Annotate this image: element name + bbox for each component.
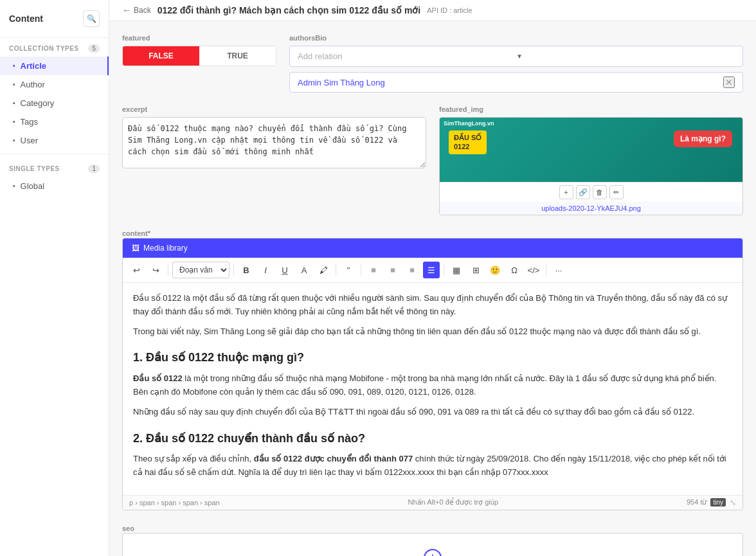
back-arrow-icon: ← <box>122 5 131 15</box>
image-delete-btn[interactable]: 🗑 <box>593 185 607 199</box>
seo-section: seo + No entry yet. Click on the button … <box>122 523 743 556</box>
sim-card-box: ĐẦU SỐ 0122 <box>449 130 487 154</box>
media-library-bar[interactable]: 🖼 Media library <box>123 238 742 258</box>
resize-icon[interactable]: ⤡ <box>730 498 736 507</box>
content-label: content* <box>122 229 150 237</box>
sidebar-item-article[interactable]: Article <box>0 57 109 75</box>
topbar: ← Back 0122 đổi thành gì? Mách bạn cách … <box>109 0 756 21</box>
editor-statusbar: p › span › span › span › span Nhấn Alt+0… <box>123 495 742 510</box>
underline-btn[interactable]: U <box>276 262 293 278</box>
toolbar-sep-5 <box>444 264 444 276</box>
editor-para-3: Đầu số 0122 là một trong những đầu số th… <box>133 372 732 399</box>
italic-btn[interactable]: I <box>257 262 274 278</box>
image-link-btn[interactable]: 🔗 <box>576 185 590 199</box>
collection-types-label: COLLECTION TYPES <box>9 45 79 52</box>
add-relation-dropdown[interactable]: Add relation ▼ <box>289 46 743 67</box>
excerpt-group: excerpt Đầu số 0122 thuộc mạng nào? chuy… <box>122 105 426 215</box>
toolbar-sep-3 <box>336 264 336 276</box>
toolbar-sep-2 <box>233 264 234 276</box>
editor-toolbar: ↩ ↪ Đoạn văn Heading 1 Heading 2 Heading… <box>123 258 742 283</box>
image-preview: SimThangLong.vn ĐẦU SỐ 0122 Là mạng gì? <box>440 118 742 182</box>
table-options-btn[interactable]: ⊞ <box>467 262 484 278</box>
toolbar-sep-6 <box>546 264 546 276</box>
excerpt-img-row: excerpt Đầu số 0122 thuộc mạng nào? chuy… <box>122 105 743 215</box>
back-button[interactable]: ← Back <box>122 5 151 15</box>
toolbar-sep-4 <box>361 264 361 276</box>
image-add-btn[interactable]: + <box>559 185 573 199</box>
excerpt-label: excerpt <box>122 105 426 113</box>
color-btn[interactable]: A <box>296 262 312 278</box>
word-count: 954 từ <box>687 498 706 507</box>
image-filename: uploads-2020-12-YkAEJU4.png <box>440 202 742 215</box>
sim-label-2: 0122 <box>454 142 482 151</box>
featured-authors-row: featured FALSE TRUE authorsBio Add relat… <box>122 34 743 93</box>
back-label: Back <box>134 6 151 15</box>
undo-btn[interactable]: ↩ <box>128 262 145 278</box>
special-char-btn[interactable]: Ω <box>506 262 523 278</box>
sidebar-header: Content 🔍 <box>0 0 109 38</box>
excerpt-textarea[interactable]: Đầu số 0122 thuộc mạng nào? chuyển đổi t… <box>122 117 426 168</box>
main-content: ← Back 0122 đổi thành gì? Mách bạn cách … <box>109 0 756 556</box>
single-types-count: 1 <box>88 165 100 173</box>
add-relation-placeholder: Add relation <box>298 51 516 61</box>
align-left-btn[interactable]: ≡ <box>365 262 382 278</box>
image-edit-btn[interactable]: ✏ <box>609 185 624 199</box>
seo-label: seo <box>122 525 134 532</box>
sidebar-item-author[interactable]: Author <box>0 75 109 94</box>
network-label: Là mạng gì? <box>674 130 732 147</box>
single-types-label: SINGLE TYPES <box>9 165 60 172</box>
editor-content[interactable]: Đầu số 0122 là một đầu số đã từng rất qu… <box>123 283 742 495</box>
align-right-btn[interactable]: ≡ <box>404 262 420 278</box>
collection-types-header: COLLECTION TYPES 5 <box>0 38 109 57</box>
content-area: featured FALSE TRUE authorsBio Add relat… <box>109 21 756 556</box>
featured-label: featured <box>122 34 276 42</box>
editor-heading-2: 2. Đầu số 0122 chuyển thành đầu số nào? <box>133 429 732 448</box>
add-seo-entry-button[interactable]: + <box>424 549 442 556</box>
featured-img-group: featured_img SimThangLong.vn ĐẦU SỐ 0122… <box>439 105 743 215</box>
media-icon: 🖼 <box>132 244 140 253</box>
media-library-label: Media library <box>143 244 188 253</box>
authors-bio-label: authorsBio <box>289 34 743 42</box>
brand-text: SimThangLong.vn <box>444 120 494 127</box>
sidebar-item-global[interactable]: Global <box>0 177 109 195</box>
chevron-down-icon: ▼ <box>516 53 735 60</box>
image-toolbar: + 🔗 🗑 ✏ <box>440 182 742 202</box>
relation-tag-admin-sim: Admin Sim Thăng Long ✕ <box>289 72 743 93</box>
false-toggle-btn[interactable]: FALSE <box>123 46 199 66</box>
redo-btn[interactable]: ↪ <box>147 262 164 278</box>
toolbar-sep-1 <box>168 264 168 276</box>
word-count-group: 954 từ tiny ⤡ <box>687 498 736 507</box>
paragraph-select[interactable]: Đoạn văn Heading 1 Heading 2 Heading 3 <box>172 262 230 278</box>
sidebar-item-user[interactable]: User <box>0 131 109 150</box>
seo-box: + No entry yet. Click on the button belo… <box>122 533 743 556</box>
align-justify-btn[interactable]: ☰ <box>423 262 440 278</box>
align-center-btn[interactable]: ≡ <box>384 262 401 278</box>
editor-hint: Nhấn Alt+0 để được trợ giúp <box>408 498 498 507</box>
emoji-btn[interactable]: 🙂 <box>487 262 503 278</box>
editor-para-4: Những đầu số này sau quy định chuyển đổi… <box>133 406 732 419</box>
code-btn[interactable]: </> <box>525 262 542 278</box>
sidebar-item-tags[interactable]: Tags <box>0 112 109 131</box>
breadcrumb: p › span › span › span › span <box>129 499 220 507</box>
sidebar-divider <box>0 154 109 154</box>
editor-para-2: Trong bài viết này, Sim Thăng Long sẽ gi… <box>133 325 732 339</box>
editor-container: 🖼 Media library ↩ ↪ Đoạn văn Heading 1 H… <box>122 238 743 510</box>
api-id-badge: API ID : article <box>427 6 472 14</box>
table-btn[interactable]: ▦ <box>448 262 465 278</box>
sim-label-1: ĐẦU SỐ <box>454 133 482 142</box>
sidebar-item-category[interactable]: Category <box>0 94 109 112</box>
tiny-logo: tiny <box>710 498 726 507</box>
search-button[interactable]: 🔍 <box>83 10 100 27</box>
highlight-btn[interactable]: 🖍 <box>315 262 332 278</box>
editor-heading-1: 1. Đầu số 0122 thuộc mạng gì? <box>133 348 732 367</box>
authors-bio-group: authorsBio Add relation ▼ Admin Sim Thăn… <box>289 34 743 93</box>
bold-btn[interactable]: B <box>238 262 255 278</box>
featured-img-label: featured_img <box>439 105 743 113</box>
relation-tag-label: Admin Sim Thăng Long <box>298 78 723 87</box>
blockquote-btn[interactable]: " <box>340 262 357 278</box>
remove-relation-button[interactable]: ✕ <box>723 76 735 88</box>
toggle-group: FALSE TRUE <box>122 46 276 66</box>
true-toggle-btn[interactable]: TRUE <box>199 46 276 66</box>
more-btn[interactable]: ··· <box>550 262 567 278</box>
image-preview-container: SimThangLong.vn ĐẦU SỐ 0122 Là mạng gì? … <box>439 117 743 215</box>
